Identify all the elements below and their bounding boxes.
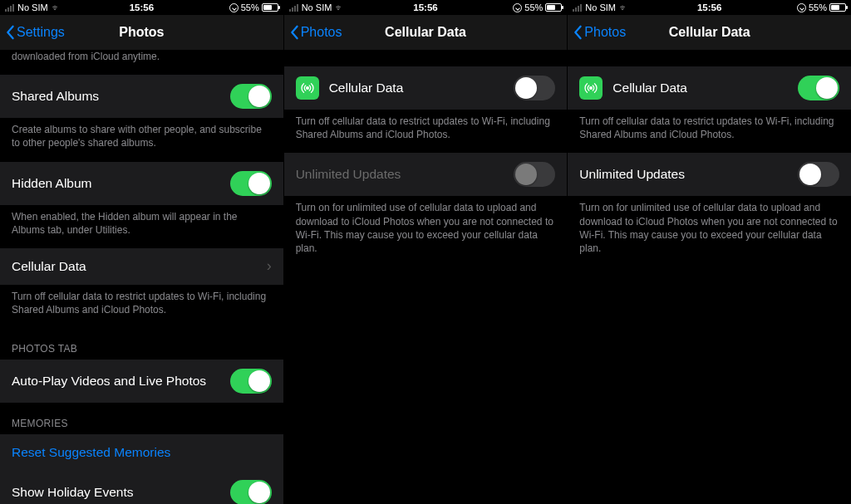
shared-albums-row[interactable]: Shared Albums bbox=[0, 75, 283, 118]
row-label: Auto-Play Videos and Live Photos bbox=[12, 374, 230, 389]
settings-list[interactable]: downloaded from iCloud anytime. Shared A… bbox=[0, 50, 283, 504]
hidden-album-row[interactable]: Hidden Album bbox=[0, 162, 283, 205]
status-bar: No SIM ᯤ 15:56 55% bbox=[568, 0, 851, 15]
unlimited-updates-footer: Turn on for unlimited use of cellular da… bbox=[568, 196, 851, 267]
navigation-bar: Settings Photos bbox=[0, 15, 283, 50]
holiday-events-row[interactable]: Show Holiday Events bbox=[0, 471, 283, 504]
navigation-bar: Photos Cellular Data bbox=[568, 15, 851, 50]
clock: 15:56 bbox=[284, 2, 568, 12]
cellular-data-toggle-row[interactable]: Cellular Data bbox=[284, 66, 568, 110]
unlimited-updates-toggle[interactable] bbox=[798, 162, 839, 187]
svg-point-0 bbox=[306, 87, 308, 90]
cellular-data-toggle-row[interactable]: Cellular Data bbox=[568, 66, 851, 110]
row-label: Hidden Album bbox=[12, 176, 230, 191]
cellular-data-footer: Turn off cellular data to restrict updat… bbox=[0, 285, 283, 328]
row-label: Unlimited Updates bbox=[579, 167, 798, 182]
hidden-album-footer: When enabled, the Hidden album will appe… bbox=[0, 205, 283, 248]
page-title: Cellular Data bbox=[568, 25, 851, 40]
page-title: Photos bbox=[0, 25, 283, 40]
hidden-album-toggle[interactable] bbox=[230, 171, 272, 196]
rotation-lock-icon bbox=[797, 3, 806, 12]
unlimited-updates-toggle bbox=[514, 162, 555, 187]
row-label: Reset Suggested Memories bbox=[12, 445, 272, 460]
row-label: Cellular Data bbox=[612, 81, 798, 95]
autoplay-toggle[interactable] bbox=[230, 369, 272, 394]
autoplay-row[interactable]: Auto-Play Videos and Live Photos bbox=[0, 360, 283, 403]
photos-tab-header: PHOTOS TAB bbox=[0, 328, 283, 360]
holiday-events-toggle[interactable] bbox=[230, 480, 272, 504]
antenna-icon bbox=[579, 76, 603, 100]
cellular-data-toggle[interactable] bbox=[514, 76, 555, 100]
settings-photos-pane: No SIM ᯤ 15:56 55% Settings Photos downl… bbox=[0, 0, 283, 504]
shared-albums-footer: Create albums to share with other people… bbox=[0, 118, 283, 161]
unlimited-updates-footer: Turn on for unlimited use of cellular da… bbox=[284, 196, 568, 267]
battery-icon bbox=[829, 3, 846, 12]
row-label: Cellular Data bbox=[329, 81, 514, 95]
unlimited-updates-row: Unlimited Updates bbox=[284, 153, 568, 196]
row-label: Show Holiday Events bbox=[12, 485, 230, 500]
memories-header: MEMORIES bbox=[0, 403, 283, 434]
row-label: Shared Albums bbox=[12, 89, 230, 104]
row-label: Cellular Data bbox=[12, 259, 267, 274]
cellular-data-toggle[interactable] bbox=[798, 76, 839, 100]
status-bar: No SIM ᯤ 15:56 55% bbox=[0, 0, 283, 15]
settings-list[interactable]: Cellular Data Turn off cellular data to … bbox=[568, 50, 851, 504]
battery-icon bbox=[262, 3, 278, 12]
settings-list[interactable]: Cellular Data Turn off cellular data to … bbox=[284, 50, 568, 504]
chevron-right-icon: › bbox=[267, 257, 272, 275]
status-bar: No SIM ᯤ 15:56 55% bbox=[284, 0, 568, 15]
antenna-icon bbox=[296, 76, 319, 100]
cellular-data-pane-off: No SIM ᯤ 15:56 55% Photos Cellular Data … bbox=[283, 0, 568, 504]
svg-point-1 bbox=[590, 87, 593, 90]
unlimited-updates-row[interactable]: Unlimited Updates bbox=[568, 153, 851, 196]
row-label: Unlimited Updates bbox=[296, 167, 514, 182]
page-title: Cellular Data bbox=[284, 25, 568, 40]
cellular-data-footer: Turn off cellular data to restrict updat… bbox=[568, 110, 851, 153]
clock: 15:56 bbox=[0, 2, 283, 12]
cutoff-footer: downloaded from iCloud anytime. bbox=[0, 50, 283, 75]
rotation-lock-icon bbox=[229, 3, 239, 12]
reset-memories-row[interactable]: Reset Suggested Memories bbox=[0, 434, 283, 471]
navigation-bar: Photos Cellular Data bbox=[284, 15, 568, 50]
clock: 15:56 bbox=[568, 2, 851, 12]
battery-icon bbox=[545, 3, 562, 12]
cellular-data-pane-on: No SIM ᯤ 15:56 55% Photos Cellular Data … bbox=[567, 0, 851, 504]
rotation-lock-icon bbox=[513, 3, 522, 12]
cellular-data-footer: Turn off cellular data to restrict updat… bbox=[284, 110, 568, 153]
shared-albums-toggle[interactable] bbox=[230, 84, 272, 109]
cellular-data-row[interactable]: Cellular Data › bbox=[0, 248, 283, 285]
